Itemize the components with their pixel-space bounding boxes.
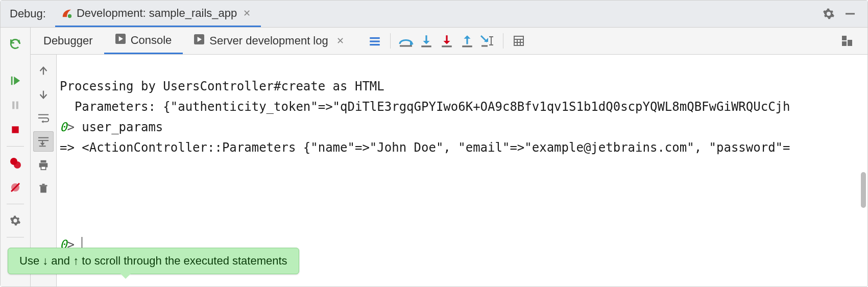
log-run-icon xyxy=(194,34,204,47)
scroll-to-end-icon[interactable] xyxy=(33,131,54,152)
tab-console[interactable]: Console xyxy=(104,28,183,54)
debug-settings-icon[interactable] xyxy=(5,210,26,231)
minimize-icon[interactable] xyxy=(844,8,856,20)
run-to-cursor-icon[interactable] xyxy=(477,31,498,51)
debug-label: Debug: xyxy=(1,7,55,20)
console-output[interactable]: Processing by UsersController#create as … xyxy=(57,55,867,276)
svg-rect-5 xyxy=(12,126,18,133)
svg-rect-26 xyxy=(514,36,523,45)
svg-rect-46 xyxy=(42,184,45,185)
svg-rect-4 xyxy=(16,102,18,109)
hint-tooltip-text: Use ↓ and ↑ to scroll through the execut… xyxy=(19,254,287,267)
svg-rect-2 xyxy=(11,77,13,85)
tab-console-label: Console xyxy=(131,34,172,47)
console-line: Parameters: {"authenticity_token"=>"qDiT… xyxy=(60,100,790,114)
prompt-gt: > xyxy=(67,120,74,134)
run-config-tab-label: Development: sample_rails_app xyxy=(77,7,237,20)
gear-icon[interactable] xyxy=(823,8,835,20)
svg-rect-3 xyxy=(12,102,14,109)
mute-breakpoints-button[interactable] xyxy=(5,177,26,198)
divider xyxy=(7,237,24,237)
svg-rect-43 xyxy=(41,166,45,170)
run-config-tab[interactable]: Development: sample_rails_app ✕ xyxy=(55,1,261,27)
resume-button[interactable] xyxy=(5,70,26,91)
view-breakpoints-button[interactable] xyxy=(5,153,26,173)
tab-debugger-label: Debugger xyxy=(43,34,93,47)
up-history-icon[interactable] xyxy=(33,61,54,81)
show-exec-point-icon[interactable] xyxy=(365,31,385,51)
step-into-icon[interactable] xyxy=(416,31,437,51)
layout-settings-icon[interactable] xyxy=(837,31,857,51)
tab-server-log[interactable]: Server development log ✕ xyxy=(183,28,355,54)
soft-wrap-icon[interactable] xyxy=(33,108,54,128)
pause-button[interactable] xyxy=(5,95,26,115)
force-step-into-icon[interactable] xyxy=(437,31,457,51)
debug-tabbar: Debugger Console Server development log … xyxy=(1,28,867,55)
svg-rect-44 xyxy=(40,186,46,193)
console-run-icon xyxy=(115,34,126,47)
hint-tooltip: Use ↓ and ↑ to scroll through the execut… xyxy=(8,248,299,274)
tab-server-log-label: Server development log xyxy=(209,34,328,47)
console-line: Processing by UsersController#create as … xyxy=(60,79,384,93)
stop-button[interactable] xyxy=(5,119,26,140)
toolbar-separator xyxy=(503,33,503,49)
tab-debugger[interactable]: Debugger xyxy=(32,28,104,54)
print-icon[interactable] xyxy=(33,155,54,175)
divider xyxy=(7,146,24,147)
down-history-icon[interactable] xyxy=(33,84,54,105)
step-over-icon[interactable] xyxy=(396,31,416,51)
close-icon[interactable]: ✕ xyxy=(333,35,344,46)
svg-rect-32 xyxy=(842,41,847,46)
evaluate-expression-icon[interactable] xyxy=(509,31,529,51)
svg-rect-45 xyxy=(40,185,47,186)
prompt-number: 0 xyxy=(60,120,67,134)
toolbar-separator xyxy=(390,33,391,49)
svg-rect-41 xyxy=(41,160,46,163)
rails-icon xyxy=(61,8,73,19)
rerun-button[interactable] xyxy=(5,34,26,54)
svg-point-0 xyxy=(68,14,71,17)
console-input-history: user_params xyxy=(75,120,163,134)
console-line: => <ActionController::Parameters {"name"… xyxy=(60,140,790,155)
step-out-icon[interactable] xyxy=(457,31,477,51)
titlebar: Debug: Development: sample_rails_app ✕ xyxy=(1,1,867,28)
svg-point-7 xyxy=(14,161,21,169)
clear-all-icon[interactable] xyxy=(33,178,54,199)
svg-rect-33 xyxy=(848,40,852,46)
scrollbar-thumb[interactable] xyxy=(861,172,866,208)
close-icon[interactable]: ✕ xyxy=(241,8,253,19)
svg-rect-31 xyxy=(842,36,847,40)
divider xyxy=(7,204,24,204)
